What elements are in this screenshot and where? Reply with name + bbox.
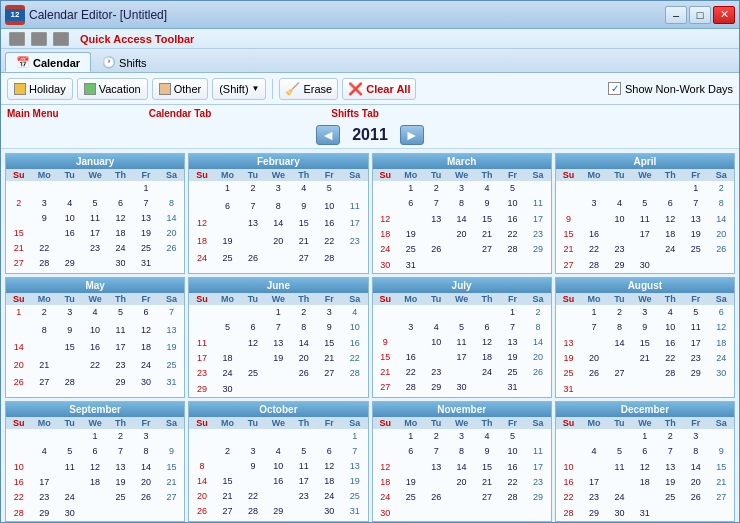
day-cell[interactable]: 23 (423, 365, 448, 380)
day-cell[interactable]: 14 (683, 460, 708, 475)
day-cell[interactable]: 20 (6, 358, 31, 376)
day-cell[interactable]: 22 (500, 227, 525, 242)
day-cell[interactable]: 15 (474, 212, 499, 227)
day-cell[interactable]: 24 (373, 242, 398, 257)
day-cell[interactable]: 7 (658, 444, 683, 459)
qa-undo-icon[interactable] (9, 32, 25, 46)
day-cell[interactable]: 3 (240, 444, 265, 459)
day-cell[interactable]: 12 (373, 460, 398, 475)
day-cell[interactable]: 24 (474, 365, 499, 380)
day-cell[interactable]: 31 (556, 382, 581, 397)
day-cell[interactable]: 6 (133, 305, 158, 323)
day-cell[interactable]: 31 (342, 504, 367, 519)
day-cell[interactable]: 8 (607, 320, 632, 335)
qa-save-icon[interactable] (53, 32, 69, 46)
other-button[interactable]: Other (152, 78, 209, 100)
day-cell[interactable]: 22 (556, 490, 581, 505)
day-cell[interactable]: 18 (108, 226, 133, 241)
day-cell[interactable]: 12 (373, 212, 398, 227)
day-cell[interactable]: 17 (291, 474, 316, 489)
day-cell[interactable]: 30 (449, 380, 474, 395)
day-cell[interactable]: 20 (683, 475, 708, 490)
day-cell[interactable]: 7 (342, 444, 367, 459)
day-cell[interactable]: 21 (215, 489, 240, 504)
day-cell[interactable]: 6 (632, 444, 657, 459)
day-cell[interactable]: 4 (57, 196, 82, 211)
day-cell[interactable]: 10 (500, 196, 525, 211)
day-cell[interactable]: 2 (423, 429, 448, 444)
day-cell[interactable]: 27 (215, 504, 240, 519)
day-cell[interactable]: 28 (658, 366, 683, 381)
day-cell[interactable]: 7 (240, 199, 265, 217)
day-cell[interactable]: 10 (556, 460, 581, 475)
day-cell[interactable]: 25 (159, 358, 184, 376)
day-cell[interactable]: 18 (658, 227, 683, 242)
day-cell[interactable]: 11 (57, 460, 82, 475)
day-cell[interactable]: 24 (189, 251, 214, 269)
day-cell[interactable]: 24 (658, 242, 683, 257)
day-cell[interactable]: 8 (159, 196, 184, 211)
day-cell[interactable]: 21 (474, 475, 499, 490)
day-cell[interactable]: 9 (474, 196, 499, 211)
day-cell[interactable]: 12 (189, 216, 214, 234)
day-cell[interactable]: 9 (291, 199, 316, 217)
day-cell[interactable]: 28 (57, 375, 82, 393)
day-cell[interactable]: 18 (373, 475, 398, 490)
day-cell[interactable]: 22 (581, 242, 606, 257)
day-cell[interactable]: 17 (525, 460, 550, 475)
day-cell[interactable]: 7 (108, 444, 133, 459)
day-cell[interactable]: 23 (525, 475, 550, 490)
day-cell[interactable]: 28 (31, 256, 56, 271)
day-cell[interactable]: 9 (57, 323, 82, 341)
day-cell[interactable]: 13 (423, 460, 448, 475)
day-cell[interactable]: 20 (525, 350, 550, 365)
day-cell[interactable]: 15 (474, 460, 499, 475)
day-cell[interactable]: 26 (291, 366, 316, 381)
day-cell[interactable]: 8 (525, 320, 550, 335)
day-cell[interactable]: 13 (658, 460, 683, 475)
day-cell[interactable]: 23 (525, 227, 550, 242)
day-cell[interactable]: 25 (342, 489, 367, 504)
day-cell[interactable]: 31 (159, 375, 184, 393)
day-cell[interactable]: 19 (342, 474, 367, 489)
day-cell[interactable]: 28 (342, 366, 367, 381)
day-cell[interactable]: 17 (108, 340, 133, 358)
day-cell[interactable]: 27 (31, 375, 56, 393)
day-cell[interactable]: 22 (500, 475, 525, 490)
day-cell[interactable]: 12 (133, 323, 158, 341)
day-cell[interactable]: 27 (474, 490, 499, 505)
day-cell[interactable]: 2 (31, 305, 56, 323)
day-cell[interactable]: 11 (607, 460, 632, 475)
day-cell[interactable]: 8 (683, 444, 708, 459)
day-cell[interactable]: 3 (632, 305, 657, 320)
day-cell[interactable]: 25 (556, 366, 581, 381)
day-cell[interactable]: 15 (632, 336, 657, 351)
day-cell[interactable]: 20 (709, 227, 734, 242)
day-cell[interactable]: 16 (500, 212, 525, 227)
day-cell[interactable]: 24 (215, 366, 240, 381)
day-cell[interactable]: 4 (291, 181, 316, 199)
day-cell[interactable]: 26 (581, 366, 606, 381)
day-cell[interactable]: 29 (607, 258, 632, 273)
day-cell[interactable]: 31 (398, 258, 423, 273)
day-cell[interactable]: 3 (449, 429, 474, 444)
day-cell[interactable]: 30 (373, 258, 398, 273)
day-cell[interactable]: 3 (57, 305, 82, 323)
day-cell[interactable]: 31 (632, 506, 657, 521)
day-cell[interactable]: 4 (82, 305, 107, 323)
day-cell[interactable]: 2 (658, 429, 683, 444)
day-cell[interactable]: 30 (108, 256, 133, 271)
day-cell[interactable]: 25 (398, 242, 423, 257)
day-cell[interactable]: 23 (581, 490, 606, 505)
day-cell[interactable]: 20 (581, 351, 606, 366)
day-cell[interactable]: 5 (683, 305, 708, 320)
day-cell[interactable]: 23 (683, 351, 708, 366)
day-cell[interactable]: 28 (556, 506, 581, 521)
day-cell[interactable]: 19 (266, 351, 291, 366)
day-cell[interactable]: 10 (266, 459, 291, 474)
day-cell[interactable]: 18 (215, 351, 240, 366)
day-cell[interactable]: 17 (82, 226, 107, 241)
day-cell[interactable]: 1 (6, 305, 31, 323)
day-cell[interactable]: 27 (709, 490, 734, 505)
day-cell[interactable]: 4 (342, 305, 367, 320)
